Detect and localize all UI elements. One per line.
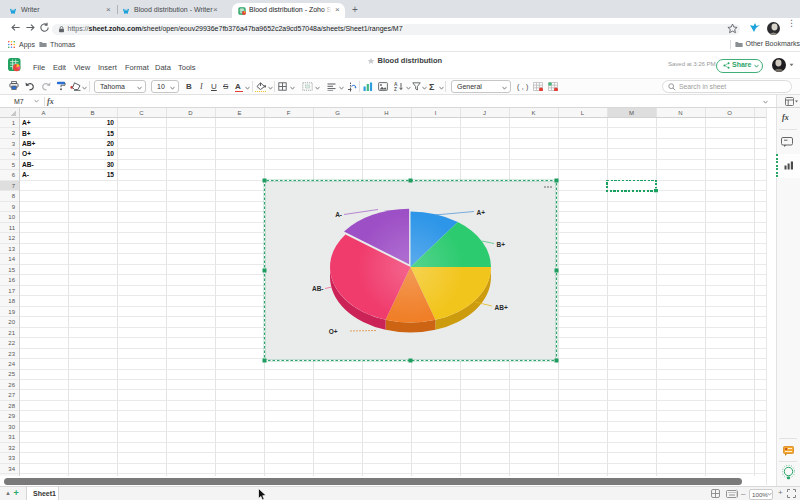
svg-text:AB-: AB-: [22, 161, 34, 168]
svg-text:16: 16: [8, 277, 15, 283]
svg-text:26: 26: [8, 382, 15, 388]
svg-text:F: F: [287, 110, 291, 116]
svg-text:A+: A+: [22, 119, 31, 126]
svg-text:O+: O+: [22, 150, 31, 157]
svg-text:18: 18: [8, 298, 15, 304]
svg-text:D: D: [188, 110, 193, 116]
svg-text:G: G: [335, 110, 340, 116]
svg-text:24: 24: [8, 361, 15, 367]
svg-text:A-: A-: [335, 211, 342, 218]
svg-text:20: 20: [107, 140, 115, 147]
svg-text:13: 13: [8, 246, 15, 252]
svg-text:10: 10: [107, 150, 115, 157]
svg-text:12: 12: [8, 235, 15, 241]
svg-text:15: 15: [107, 130, 115, 137]
svg-text:AB+: AB+: [495, 304, 508, 311]
svg-text:B+: B+: [497, 241, 506, 248]
svg-text:O+: O+: [329, 328, 338, 335]
svg-text:25: 25: [8, 371, 15, 377]
svg-text:C: C: [139, 110, 144, 116]
svg-text:32: 32: [8, 445, 15, 451]
svg-text:B+: B+: [22, 130, 31, 137]
svg-text:M: M: [629, 110, 634, 116]
svg-text:A-: A-: [22, 171, 29, 178]
svg-text:15: 15: [107, 171, 115, 178]
svg-text:AB-: AB-: [312, 285, 324, 292]
svg-text:30: 30: [8, 424, 15, 430]
svg-text:33: 33: [8, 455, 15, 461]
svg-text:15: 15: [8, 267, 15, 273]
svg-text:28: 28: [8, 403, 15, 409]
svg-text:E: E: [237, 110, 241, 116]
svg-text:19: 19: [8, 309, 15, 315]
svg-text:J: J: [483, 110, 486, 116]
svg-text:H: H: [384, 110, 388, 116]
svg-text:11: 11: [9, 225, 16, 231]
svg-text:20: 20: [8, 319, 15, 325]
svg-text:31: 31: [8, 434, 15, 440]
svg-text:K: K: [531, 110, 535, 116]
svg-text:21: 21: [8, 330, 15, 336]
svg-text:N: N: [678, 110, 682, 116]
svg-text:Z: Z: [394, 87, 397, 91]
svg-text:34: 34: [8, 466, 15, 472]
svg-text:14: 14: [8, 256, 15, 262]
svg-text:17: 17: [8, 288, 15, 294]
svg-text:27: 27: [8, 392, 15, 398]
svg-text:22: 22: [8, 340, 15, 346]
svg-text:B: B: [90, 110, 94, 116]
svg-text:29: 29: [8, 413, 15, 419]
svg-text:30: 30: [107, 161, 115, 168]
svg-text:O: O: [727, 110, 732, 116]
svg-text:10: 10: [8, 214, 15, 220]
svg-text:23: 23: [8, 351, 15, 357]
svg-text:A+: A+: [477, 209, 486, 216]
svg-text:10: 10: [107, 119, 115, 126]
svg-text:AB+: AB+: [22, 140, 36, 147]
svg-text:A: A: [41, 110, 45, 116]
